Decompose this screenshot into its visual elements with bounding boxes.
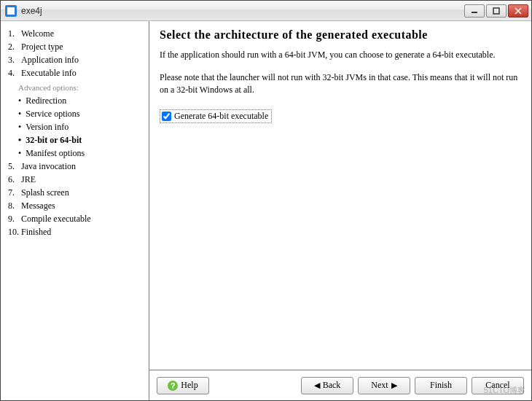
- app-icon: [5, 5, 17, 17]
- back-button[interactable]: ◀ Back: [301, 377, 353, 394]
- button-bar: ? Help ◀ Back Next ▶ Finish Cancel: [149, 370, 531, 400]
- main-panel: Select the architecture of the generated…: [149, 21, 531, 400]
- arrow-left-icon: ◀: [314, 381, 320, 390]
- advanced-options-header: Advanced options:: [18, 81, 144, 94]
- sidebar: exe4j 1.Welcome 2.Project type 3.Applica…: [1, 21, 149, 400]
- step-finished[interactable]: 10.Finished: [8, 225, 144, 238]
- step-executable-info[interactable]: 4.Executable info: [8, 66, 144, 79]
- substep-version-info[interactable]: Version info: [18, 120, 144, 133]
- generate-64bit-checkbox[interactable]: [162, 112, 171, 121]
- step-jre[interactable]: 6.JRE: [8, 173, 144, 186]
- close-button[interactable]: [508, 4, 528, 17]
- maximize-button[interactable]: [486, 4, 506, 17]
- next-button[interactable]: Next ▶: [358, 377, 410, 394]
- page-title: Select the architecture of the generated…: [160, 28, 520, 42]
- step-welcome[interactable]: 1.Welcome: [8, 27, 144, 40]
- substep-redirection[interactable]: Redirection: [18, 94, 144, 107]
- step-messages[interactable]: 8.Messages: [8, 199, 144, 212]
- finish-button[interactable]: Finish: [415, 377, 467, 394]
- svg-rect-1: [493, 8, 499, 14]
- window-title: exe4j: [21, 6, 464, 16]
- step-project-type[interactable]: 2.Project type: [8, 40, 144, 53]
- substep-32-or-64-bit[interactable]: 32-bit or 64-bit: [18, 133, 144, 147]
- close-icon: [515, 7, 522, 15]
- help-button[interactable]: ? Help: [157, 377, 209, 394]
- maximize-icon: [493, 7, 500, 15]
- minimize-icon: [471, 7, 478, 15]
- step-splash-screen[interactable]: 7.Splash screen: [8, 186, 144, 199]
- minimize-button[interactable]: [464, 4, 485, 17]
- substep-service-options[interactable]: Service options: [18, 107, 144, 120]
- arrow-right-icon: ▶: [391, 381, 397, 390]
- intro-paragraph-1: If the application should run with a 64-…: [160, 49, 520, 61]
- window-controls: [464, 4, 528, 17]
- cancel-button[interactable]: Cancel: [472, 377, 524, 394]
- generate-64bit-label: Generate 64-bit executable: [174, 111, 268, 122]
- step-list: 1.Welcome 2.Project type 3.Application i…: [8, 27, 144, 238]
- substep-manifest-options[interactable]: Manifest options: [18, 147, 144, 160]
- generate-64bit-row[interactable]: Generate 64-bit executable: [160, 109, 272, 123]
- titlebar: exe4j: [1, 1, 531, 21]
- intro-paragraph-2: Please note that the launcher will not r…: [160, 71, 520, 96]
- step-java-invocation[interactable]: 5.Java invocation: [8, 160, 144, 173]
- step-compile-executable[interactable]: 9.Compile executable: [8, 212, 144, 225]
- help-icon: ?: [168, 381, 178, 391]
- step-application-info[interactable]: 3.Application info: [8, 53, 144, 66]
